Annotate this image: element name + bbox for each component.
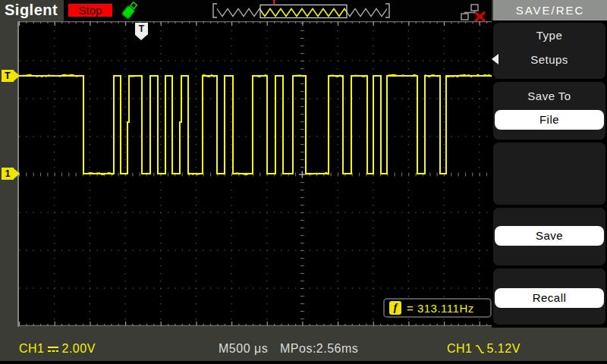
preview-waveform: [209, 0, 393, 21]
type-label: Type: [493, 27, 605, 44]
ch1-label: CH1: [19, 342, 45, 356]
horizontal-preview-bar: T: [209, 0, 393, 21]
menu-section-save[interactable]: Save: [493, 208, 605, 265]
recall-button[interactable]: Recall: [495, 288, 604, 308]
falling-edge-icon: [475, 344, 485, 355]
preview-trigger-position-marker: T: [272, 0, 276, 7]
bottom-edge: [0, 361, 607, 364]
menu-section-empty: [493, 143, 605, 205]
menu-section-recall[interactable]: Recall: [493, 268, 605, 325]
save-button[interactable]: Save: [495, 226, 604, 246]
frequency-icon: f: [389, 301, 401, 315]
trigger-position-status: MPos:2.56ms: [280, 342, 358, 356]
waveform-canvas: [19, 21, 492, 326]
type-value[interactable]: Setups: [493, 52, 605, 68]
selection-arrow-icon: [492, 54, 498, 64]
save-to-label: Save To: [493, 88, 605, 105]
dc-coupling-icon: [47, 344, 60, 354]
trigger-position-marker: T: [135, 23, 148, 35]
trigger-level-value: 5.12V: [487, 342, 521, 356]
lan-disconnected-icon: [460, 4, 487, 22]
ch1-scale: 2.00V: [62, 342, 96, 356]
frequency-counter: f = 313.111Hz: [383, 298, 492, 318]
channel1-ground-marker: 1: [2, 168, 14, 180]
scope-display: T f = 313.111Hz: [19, 21, 492, 326]
probe-calibration-icon: [117, 1, 141, 22]
timebase-status: M500 μs: [219, 342, 268, 356]
ch1-status: CH1 2.00V: [19, 342, 96, 356]
file-button[interactable]: File: [495, 110, 604, 130]
frequency-value: = 313.111Hz: [407, 302, 474, 315]
trigger-status: CH1 5.12V: [447, 342, 521, 356]
menu-section-save-to[interactable]: Save To File: [493, 82, 605, 140]
run-stop-button[interactable]: Stop: [67, 2, 114, 18]
trigger-source-label: CH1: [447, 342, 473, 356]
menu-title: SAVE/REC: [493, 0, 607, 20]
brand-logo: Siglent: [5, 2, 58, 19]
menu-section-type[interactable]: Type Setups: [493, 23, 605, 79]
oscilloscope-screen: Siglent Stop T T f = 313.111Hz T 1 SAVE/…: [0, 0, 607, 364]
trigger-level-marker: T: [2, 70, 14, 82]
